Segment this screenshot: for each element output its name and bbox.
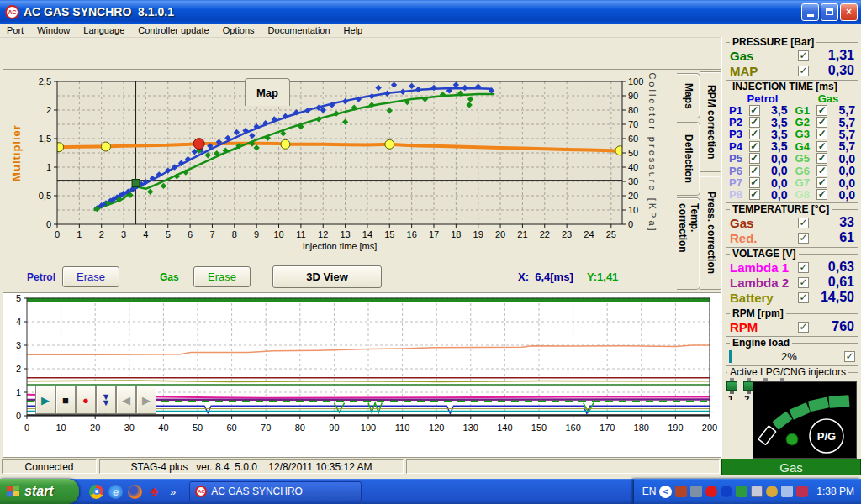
svg-text:1,5: 1,5 (39, 134, 51, 144)
menu-documentation[interactable]: Documentation (261, 24, 337, 36)
injection-title: INJECTION TIME [ms] (730, 81, 840, 92)
telemetry-row: Gas✓1,31 (729, 48, 855, 63)
side-tab-press-correction[interactable]: Press. correction (700, 176, 723, 290)
close-button[interactable]: × (840, 3, 858, 21)
play-button[interactable]: ▶ (35, 386, 55, 414)
next-button[interactable]: ▶ (136, 386, 156, 414)
tray-collapse-icon[interactable]: < (659, 486, 672, 498)
telemetry-checkbox[interactable]: ✓ (798, 322, 809, 333)
side-tab-deflection[interactable]: Deflection (677, 122, 700, 196)
svg-text:110: 110 (395, 423, 410, 433)
menu-help[interactable]: Help (337, 24, 370, 36)
svg-text:1: 1 (77, 229, 82, 239)
taskbar-app-button[interactable]: AC AC GAS SYNCHRO (189, 481, 362, 501)
injection-row: P4✓3,5G4✓5,7 (729, 140, 855, 152)
svg-text:0: 0 (55, 229, 60, 239)
menu-options[interactable]: Options (216, 24, 261, 36)
telemetry-label: Gas (730, 49, 798, 63)
menu-port[interactable]: Port (0, 24, 30, 36)
petrol-injector-checkbox[interactable]: ✓ (749, 177, 760, 188)
firefox-icon[interactable] (128, 485, 142, 499)
ap-utility-icon[interactable] (736, 486, 747, 497)
menu-controller-update[interactable]: Controller update (131, 24, 215, 36)
injection-row: P8✓0,0G8✓0,0 (729, 189, 855, 201)
language-indicator[interactable]: EN (642, 486, 657, 497)
gas-injector-checkbox[interactable]: ✓ (816, 177, 827, 188)
telemetry-checkbox[interactable]: ✓ (798, 292, 809, 303)
svg-text:30: 30 (124, 423, 135, 433)
tab-map[interactable]: Map (245, 78, 290, 106)
svg-text:30: 30 (628, 176, 638, 186)
antivirus-umbrella-icon[interactable] (705, 486, 717, 497)
fuel-mode-indicator[interactable]: Gas (721, 459, 861, 475)
stop-button[interactable]: ■ (55, 386, 76, 414)
engine-load-checkbox[interactable]: ✓ (844, 351, 855, 362)
recorder-chart[interactable]: 0102030405060708090100110120130140150160… (3, 293, 721, 457)
gas-injector-checkbox[interactable]: ✓ (816, 165, 827, 176)
display-settings-icon[interactable] (751, 486, 763, 497)
telemetry-checkbox[interactable]: ✓ (798, 233, 809, 244)
device-info: STAG-4 plus ver. 8.4 5.0.0 12/8/2011 10:… (99, 459, 404, 474)
bluetooth-icon[interactable] (721, 486, 732, 497)
battery-monitor-icon[interactable] (796, 486, 808, 497)
telemetry-label: Battery (730, 291, 798, 305)
petrol-injector-checkbox[interactable]: ✓ (749, 117, 760, 128)
menu-window[interactable]: Window (30, 24, 77, 36)
telemetry-checkbox[interactable]: ✓ (798, 50, 809, 61)
gas-injector-checkbox[interactable]: ✓ (816, 189, 827, 200)
svg-text:0: 0 (46, 219, 51, 229)
petrol-injector-checkbox[interactable]: ✓ (749, 153, 760, 164)
svg-text:70: 70 (261, 423, 271, 433)
record-button[interactable]: ● (76, 386, 96, 414)
close-icon: × (846, 6, 852, 18)
petrol-injector-checkbox[interactable]: ✓ (749, 141, 760, 152)
gas-injector-label: G7 (795, 176, 817, 189)
play-icon: ▶ (41, 394, 50, 407)
minimize-button[interactable] (801, 3, 819, 21)
svg-text:19: 19 (473, 229, 483, 239)
side-tab-maps[interactable]: Maps (677, 73, 700, 118)
petrol-erase-button[interactable]: Erase (62, 266, 119, 287)
telemetry-checkbox[interactable]: ✓ (798, 277, 809, 288)
skip-down-button[interactable]: ▼▼ (96, 386, 116, 414)
gas-injector-checkbox[interactable]: ✓ (816, 129, 827, 139)
petrol-injector-checkbox[interactable]: ✓ (749, 165, 760, 176)
quick-launch-chevron-icon[interactable]: » (170, 486, 176, 498)
injectors-title: Active LPG/CNG injectors (727, 366, 848, 378)
svg-text:14: 14 (362, 229, 372, 239)
gas-injector-checkbox[interactable]: ✓ (816, 117, 827, 128)
telemetry-value: 760 (809, 319, 854, 334)
telemetry-checkbox[interactable]: ✓ (798, 218, 809, 228)
svg-text:25: 25 (606, 229, 616, 239)
notes-icon[interactable] (781, 486, 793, 497)
recorder-transport: ▶ ■ ● ▼▼ ◀ ▶ (35, 386, 156, 414)
audio-muted-icon[interactable] (675, 486, 687, 497)
menu-language[interactable]: Language (77, 24, 131, 36)
petrol-injector-checkbox[interactable]: ✓ (749, 129, 760, 139)
view-3d-button[interactable]: 3D View (272, 265, 382, 288)
petrol-injector-checkbox[interactable]: ✓ (749, 105, 760, 116)
telemetry-label: Red. (730, 231, 798, 245)
red-spade-icon[interactable]: ♠ (147, 485, 161, 499)
telemetry-checkbox[interactable]: ✓ (798, 66, 809, 76)
telemetry-checkbox[interactable]: ✓ (798, 262, 809, 273)
start-button[interactable]: start (0, 479, 79, 504)
gas-injector-checkbox[interactable]: ✓ (816, 105, 827, 116)
petrol-injector-checkbox[interactable]: ✓ (749, 189, 760, 200)
chrome-icon[interactable] (89, 485, 103, 499)
gas-injector-checkbox[interactable]: ✓ (816, 141, 827, 152)
injector-icon (726, 378, 737, 394)
prev-button[interactable]: ◀ (116, 386, 136, 414)
network-offline-icon[interactable] (690, 486, 702, 497)
petrol-label: Petrol (27, 271, 55, 283)
gas-ready-led (786, 433, 798, 445)
map-chart[interactable]: 0123456789101112131415161718192021222324… (3, 70, 676, 265)
restore-button[interactable] (821, 3, 838, 21)
volume-icon[interactable] (766, 486, 778, 497)
gas-injector-checkbox[interactable]: ✓ (816, 153, 827, 164)
side-tab-rpm-correction[interactable]: RPM correction (700, 71, 723, 172)
side-tab-temp-correction[interactable]: Temp. correction (677, 197, 700, 290)
internet-explorer-icon[interactable]: e (108, 485, 123, 499)
gas-erase-button[interactable]: Erase (193, 266, 251, 287)
gas-injector-label: G6 (795, 165, 817, 177)
